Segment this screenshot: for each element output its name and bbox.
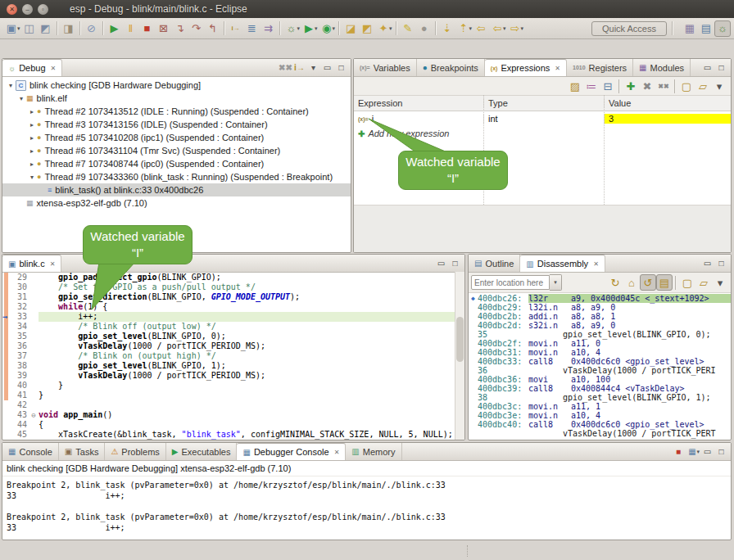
pin-debug-context-icon[interactable]: ⇉: [261, 20, 277, 37]
instruction-stepping-icon[interactable]: i→: [228, 20, 244, 37]
minimize-icon[interactable]: ▭: [434, 255, 448, 272]
debug-tree-item[interactable]: ▸●Thread #6 1073431104 (Tmr Svc) (Suspen…: [2, 144, 351, 157]
debug-tree-item[interactable]: ≡blink_task() at blink.c:33 0x400dbc26: [2, 183, 351, 196]
display-selected-console-dropdown-icon[interactable]: ▾: [696, 449, 700, 455]
tab-breakpoints[interactable]: ●Breakpoints: [417, 59, 485, 76]
close-tab-icon[interactable]: ✕: [334, 449, 340, 456]
code-line[interactable]: 44{: [2, 420, 464, 430]
expander-icon[interactable]: ▸: [27, 134, 37, 142]
debug-tree-item[interactable]: ▸●Thread #2 1073413512 (IDLE : Running) …: [2, 105, 351, 118]
show-debug-sources-icon[interactable]: ≣: [244, 20, 261, 37]
expander-icon[interactable]: ▸: [27, 147, 37, 155]
code-line[interactable]: 29 gpio_pad_select_gpio(BLINK_GPIO);: [2, 273, 464, 282]
debug-tree-item[interactable]: ▾Cblink checking [GDB Hardware Debugging…: [2, 79, 351, 92]
step-over-icon[interactable]: ↷: [188, 20, 205, 37]
quick-access-button[interactable]: Quick Access: [591, 21, 667, 36]
code-line[interactable]: 40 }: [2, 381, 464, 391]
debug-tree-item[interactable]: ▸●Thread #7 1073408744 (ipc0) (Suspended…: [2, 157, 351, 170]
show-source-icon[interactable]: ▤: [656, 274, 673, 291]
step-return-icon[interactable]: ↰: [205, 20, 221, 37]
view-menu-icon[interactable]: ▾: [711, 78, 727, 94]
code-line[interactable]: 39 vTaskDelay(1000 / portTICK_PERIOD_MS)…: [2, 371, 464, 381]
save-icon[interactable]: ◫: [21, 20, 38, 37]
suspend-icon[interactable]: ‖: [123, 20, 139, 37]
disassembly-line[interactable]: 400dbc36:movia10, 100: [469, 375, 731, 384]
code-line[interactable]: 32 while(1) {: [2, 302, 464, 312]
tab-memory[interactable]: ▥Memory: [346, 443, 401, 460]
pin-view-icon[interactable]: ▱: [695, 78, 711, 94]
view-menu-icon[interactable]: ▾: [306, 60, 320, 76]
code-line[interactable]: →33 i++;: [2, 312, 464, 322]
code-line[interactable]: 42: [2, 400, 464, 410]
disassembly-line[interactable]: 35gpio_set_level(BLINK_GPIO, 0);: [469, 330, 731, 339]
go-home-icon[interactable]: ⌂: [623, 274, 640, 291]
window-minimize-button[interactable]: –: [22, 4, 33, 15]
editor-scrollbar-thumb[interactable]: [456, 317, 464, 362]
expander-icon[interactable]: ▸: [27, 108, 37, 115]
tab-debug[interactable]: ☼Debug✕: [2, 59, 62, 76]
open-element-icon[interactable]: ◩: [359, 20, 375, 37]
new-cpp-file-icon[interactable]: ◪: [342, 20, 359, 37]
back-to-last-edit-dropdown-icon[interactable]: ▾: [469, 25, 473, 32]
remove-all-expressions-icon[interactable]: ✖✖: [655, 78, 672, 94]
console-output[interactable]: Breakpoint 2, blink_task (pvParameter=0x…: [2, 476, 731, 536]
expander-icon[interactable]: ▸: [27, 121, 37, 129]
column-header-expression[interactable]: Expression: [354, 98, 483, 108]
debug-tree-item[interactable]: ▸●Thread #5 1073410208 (ipc1) (Suspended…: [2, 131, 351, 144]
debug-tree-item[interactable]: ▦xtensa-esp32-elf-gdb (7.10): [2, 196, 351, 210]
close-tab-icon[interactable]: ✕: [51, 65, 57, 72]
minimize-icon[interactable]: ▭: [700, 444, 714, 460]
pin-view-icon[interactable]: ▱: [695, 274, 712, 291]
disassembly-line[interactable]: 400dbc2b:addi.na8, a8, 1: [469, 312, 731, 321]
debug-tree-item[interactable]: ▾●Thread #9 1073433360 (blink_task : Run…: [2, 170, 351, 183]
external-tools-dropdown-icon[interactable]: ▾: [333, 25, 336, 32]
column-divider[interactable]: [604, 95, 605, 205]
close-tab-icon[interactable]: ✕: [555, 65, 560, 72]
tab-modules[interactable]: ▦Modules: [633, 59, 691, 76]
maximize-icon[interactable]: □: [714, 444, 728, 460]
resume-icon[interactable]: ▶: [106, 20, 123, 37]
open-perspective-icon[interactable]: ▦: [682, 20, 698, 37]
code-line[interactable]: 37 /* Blink on (output high) */: [2, 351, 464, 361]
search-dropdown-icon[interactable]: ▾: [389, 25, 392, 32]
minimize-icon[interactable]: ▭: [700, 255, 714, 272]
previous-edit-icon[interactable]: ⇦: [473, 20, 489, 37]
disassembly-line[interactable]: 400dbc39:call80x400844c4 <vTaskDelay>: [469, 384, 731, 393]
column-header-value[interactable]: Value: [604, 98, 731, 108]
disassembly-line[interactable]: 400dbc33:call80x400dc6c0 <gpio_set_level…: [469, 357, 731, 366]
skip-all-breakpoints-icon[interactable]: ⊘: [84, 20, 100, 37]
maximize-icon[interactable]: □: [714, 255, 728, 272]
run-dropdown-icon[interactable]: ▾: [315, 25, 318, 32]
instruction-stepping-mode-icon[interactable]: i→: [292, 60, 306, 76]
forward-history-dropdown-icon[interactable]: ▾: [521, 25, 524, 32]
tab-tasks[interactable]: ▣Tasks: [59, 443, 106, 460]
code-line[interactable]: 38 gpio_set_level(BLINK_GPIO, 1);: [2, 361, 464, 371]
column-header-type[interactable]: Type: [483, 98, 604, 108]
expander-icon[interactable]: ▸: [27, 160, 37, 168]
code-line[interactable]: 34 /* Blink off (output low) */: [2, 322, 464, 332]
tab-registers[interactable]: 1010Registers: [567, 59, 633, 76]
code-line[interactable]: 36 vTaskDelay(1000 / portTICK_PERIOD_MS)…: [2, 341, 464, 351]
disassembly-line[interactable]: ◆400dbc26:l32ra9, 0x400d045c <_stext+109…: [469, 294, 731, 303]
code-line[interactable]: 45 xTaskCreate(&blink_task, "blink_task"…: [2, 430, 464, 440]
step-into-icon[interactable]: ↴: [172, 20, 188, 37]
debug-tree-item[interactable]: ▾▦blink.elf: [2, 92, 351, 105]
add-expression-row[interactable]: ✚ Add new expression: [354, 126, 731, 141]
tab-variables[interactable]: (x)=Variables: [354, 59, 417, 76]
collapse-all-icon[interactable]: ⊟: [600, 78, 616, 94]
maximize-icon[interactable]: □: [334, 60, 348, 76]
maximize-icon[interactable]: □: [448, 255, 462, 272]
window-maximize-button[interactable]: ▫: [38, 4, 48, 15]
create-watch-expression-icon[interactable]: ✚: [623, 78, 639, 94]
tab-disassembly[interactable]: ▥Disassembly✕: [520, 255, 605, 272]
sync-with-stack-frame-icon[interactable]: ↺: [640, 274, 656, 291]
tab-console[interactable]: ▦Console: [2, 443, 59, 460]
disassembly-line[interactable]: 400dbc2f:movi.na11, 0: [469, 339, 731, 348]
close-tab-icon[interactable]: ✕: [593, 260, 599, 268]
cpp-perspective-icon[interactable]: ▤: [698, 20, 714, 37]
tab-blink-c[interactable]: ▣blink.c✕: [2, 255, 61, 272]
disassembly-line[interactable]: 400dbc3e:movi.na10, 4: [469, 411, 731, 420]
disassembly-line[interactable]: 400dbc40:call80x400dc6c0 <gpio_set_level…: [469, 420, 731, 429]
disassembly-line[interactable]: 38gpio_set_level(BLINK_GPIO, 1);: [469, 393, 731, 402]
refresh-view-icon[interactable]: ↻: [607, 274, 623, 291]
